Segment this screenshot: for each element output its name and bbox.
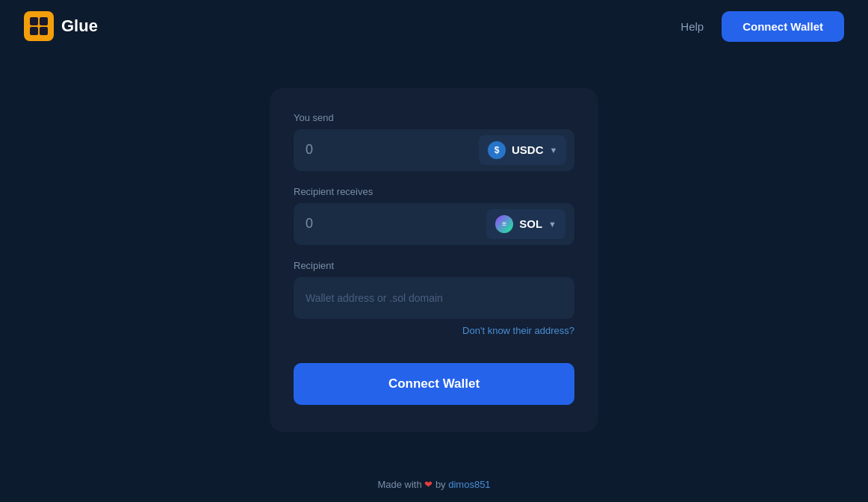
sol-token-label: SOL (519, 217, 542, 230)
sol-chevron-icon: ▼ (548, 220, 557, 229)
recipient-receives-group: Recipient receives ≡ SOL ▼ (294, 186, 574, 245)
sol-token-selector[interactable]: ≡ SOL ▼ (486, 209, 565, 239)
logo-icon (24, 11, 54, 41)
usdc-token-label: USDC (512, 143, 544, 156)
footer: Made with ❤ by dimos851 (0, 467, 868, 502)
footer-by: by (435, 479, 446, 490)
you-send-group: You send $ USDC ▼ (294, 112, 574, 171)
usdc-token-selector[interactable]: $ USDC ▼ (479, 135, 566, 165)
svg-rect-3 (30, 27, 38, 35)
you-send-label: You send (294, 112, 574, 123)
help-link[interactable]: Help (681, 20, 704, 33)
svg-rect-2 (40, 17, 48, 25)
svg-rect-4 (40, 27, 48, 35)
svg-rect-1 (30, 17, 38, 25)
you-send-amount-input[interactable] (306, 142, 479, 158)
connect-wallet-header-button[interactable]: Connect Wallet (722, 11, 844, 42)
sol-icon: ≡ (495, 215, 513, 233)
recipient-receives-label: Recipient receives (294, 186, 574, 197)
usdc-chevron-icon: ▼ (550, 146, 558, 155)
heart-icon: ❤ (424, 479, 435, 490)
recipient-label: Recipient (294, 260, 574, 271)
main-card: You send $ USDC ▼ Recipient receives ≡ S… (270, 88, 598, 432)
logo-text: Glue (61, 16, 98, 36)
recipient-address-group: Recipient Don't know their address? (294, 260, 574, 336)
recipient-input-row (294, 277, 574, 319)
recipient-receives-amount-input[interactable] (306, 216, 486, 232)
header-nav: Help Connect Wallet (681, 11, 844, 42)
you-send-input-row: $ USDC ▼ (294, 129, 574, 171)
footer-author-link[interactable]: dimos851 (448, 479, 490, 490)
connect-wallet-main-button[interactable]: Connect Wallet (294, 363, 574, 405)
dont-know-address-link[interactable]: Don't know their address? (294, 325, 574, 336)
footer-made-with: Made with (377, 479, 421, 490)
usdc-icon: $ (488, 141, 506, 159)
svg-rect-0 (24, 11, 54, 41)
recipient-address-input[interactable] (306, 292, 565, 304)
logo-area: Glue (24, 11, 98, 41)
recipient-receives-input-row: ≡ SOL ▼ (294, 203, 574, 245)
